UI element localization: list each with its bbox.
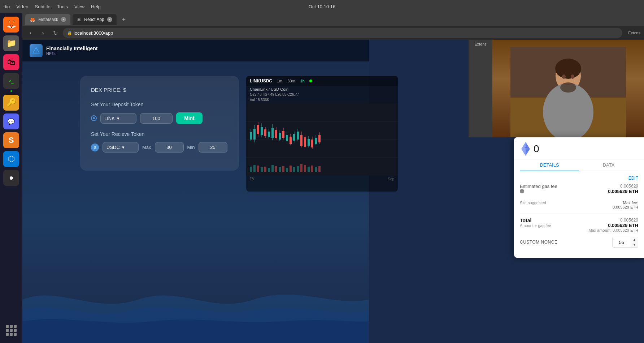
svg-rect-55 [282, 166, 284, 172]
svg-rect-58 [293, 167, 295, 172]
svg-rect-64 [315, 167, 317, 172]
svg-point-71 [562, 74, 566, 79]
logo-svg [32, 47, 40, 55]
react-tab-close[interactable]: × [107, 17, 112, 22]
receive-min-input[interactable] [199, 142, 227, 153]
metamask-tab-close[interactable]: × [61, 17, 66, 22]
mm-edit-button[interactable]: EDIT [628, 176, 638, 181]
wave-decoration [22, 263, 369, 343]
mm-gas-fee-label-block: Estimated gas fee [520, 184, 557, 196]
mm-max-fee-block: Max fee: 0.005629 ETH [613, 201, 638, 209]
mm-nonce-up[interactable]: ▲ [631, 237, 638, 242]
mm-max-fee-label: Max fee: [613, 201, 638, 205]
os-topbar: dio Video Subtitle Tools View Help Oct 1… [0, 0, 644, 13]
dock-vscode[interactable]: ⬡ [3, 151, 19, 167]
new-tab-button[interactable]: + [119, 14, 129, 25]
mm-site-suggested-row: Site suggested Max fee: 0.005629 ETH [520, 201, 638, 209]
chart-date-sep: Sep [388, 177, 394, 181]
deposit-token-value: LINK [104, 116, 115, 121]
mm-nonce-down[interactable]: ▼ [631, 242, 638, 247]
mint-button[interactable]: Mint [176, 112, 203, 124]
chart-tf-1h[interactable]: 1h [299, 78, 306, 84]
dock-appstore[interactable]: 🛍 [3, 54, 19, 70]
menu-subtitle[interactable]: Subtitle [35, 4, 50, 9]
tradingview-badge: TV [250, 177, 254, 181]
browser-content: Financially Intelligent NFTs DEX PRICE: … [22, 40, 644, 343]
svg-rect-57 [290, 166, 292, 172]
url-text: localhost:3000/app [74, 30, 113, 36]
dock-terminal[interactable]: >_ [3, 73, 19, 89]
mm-site-suggested-label: Site suggested [520, 201, 546, 205]
dock-keyring[interactable]: 🔑 [3, 95, 19, 111]
svg-point-72 [571, 74, 574, 79]
svg-rect-59 [297, 166, 299, 172]
mm-total-eth: 0.005629 ETH [588, 223, 638, 228]
terminal-active-dot [10, 90, 12, 92]
app-logo-sub: NFTs [46, 51, 97, 56]
dock-discord[interactable]: 💬 [3, 113, 19, 129]
deposit-token-chevron: ▾ [117, 116, 119, 121]
svg-rect-53 [275, 166, 277, 172]
lock-icon: 🔒 [67, 31, 72, 35]
tab-metamask[interactable]: 🦊 MetaMask × [25, 14, 70, 25]
chart-ohlc-stats: O27.48 H27.49 L26.55 C26.77 [246, 93, 398, 98]
mm-tab-data[interactable]: DATA [579, 159, 638, 171]
metamask-panel: 0 DETAILS DATA EDIT Estimated gas fee [514, 137, 644, 258]
menu-help[interactable]: Help [91, 4, 101, 9]
receive-max-input[interactable] [155, 142, 184, 153]
price-chart: LINKUSDC 1m 30m 1h ChainLink / USD Coin … [246, 76, 398, 192]
application-dock: 🦊 📁 🛍 >_ 🔑 💬 S ⬡ ⏺ [0, 13, 22, 343]
extensions-panel: Extens [469, 40, 492, 137]
mm-gas-fee-label: Estimated gas fee [520, 184, 557, 189]
mm-total-label: Total [520, 218, 551, 223]
dock-firefox[interactable]: 🦊 [3, 17, 19, 33]
mm-max-fee-value: 0.005629 ETH [613, 205, 638, 209]
app-grid-button[interactable] [6, 325, 17, 336]
reload-button[interactable]: ↻ [51, 28, 60, 38]
chart-timeframes: 1m 30m 1h [275, 78, 306, 84]
metamask-tab-label: MetaMask [38, 17, 58, 22]
deposit-amount-input[interactable] [140, 113, 173, 124]
mm-tab-details[interactable]: DETAILS [520, 159, 579, 171]
tab-react-app[interactable]: ⚛ React App × [73, 14, 116, 25]
mm-total-small: 0.005629 [588, 218, 638, 223]
back-button[interactable]: ‹ [26, 28, 35, 38]
webcam-overlay [492, 40, 644, 137]
deposit-token-select[interactable]: LINK ▾ [100, 113, 136, 124]
svg-rect-48 [257, 166, 259, 172]
dex-price-label: DEX PRICE: $ [91, 87, 228, 93]
menu-video[interactable]: Video [16, 4, 28, 9]
svg-rect-46 [250, 167, 252, 172]
menu-view[interactable]: View [74, 4, 84, 9]
mm-max-amount: Max amount: 0.005629 ETH [588, 228, 638, 232]
svg-marker-77 [521, 148, 526, 156]
forward-button[interactable]: › [38, 28, 48, 38]
chart-vol-stats: Vol 18.636K [246, 98, 398, 103]
svg-rect-56 [286, 168, 288, 172]
mm-nonce-value[interactable] [613, 238, 631, 246]
url-input[interactable]: 🔒 localhost:3000/app [63, 28, 622, 38]
chart-subtitle: ChainLink / USD Coin [246, 86, 398, 93]
menu-dio[interactable]: dio [4, 4, 10, 9]
dock-sublime[interactable]: S [3, 132, 19, 148]
chart-tf-1m[interactable]: 1m [275, 78, 284, 84]
mm-gas-slider[interactable] [520, 189, 524, 193]
svg-rect-65 [318, 166, 321, 172]
svg-rect-54 [279, 167, 281, 172]
mm-nonce-arrows: ▲ ▼ [631, 237, 638, 247]
mm-nonce-label: CUSTOM NONCE [520, 240, 557, 245]
receive-token-value: USDC [106, 145, 120, 150]
receive-token-select[interactable]: USDC ▾ [103, 142, 139, 153]
mm-nonce-input[interactable]: ▲ ▼ [612, 237, 638, 248]
mm-gas-fee-value: 0.005629 0.005629 ETH [608, 184, 638, 194]
receive-min-label: Min [187, 145, 195, 150]
menu-tools[interactable]: Tools [57, 4, 68, 9]
dock-files[interactable]: 📁 [3, 35, 19, 51]
os-menu-bar: dio Video Subtitle Tools View Help [4, 4, 101, 9]
chart-tf-30m[interactable]: 30m [286, 78, 297, 84]
svg-rect-47 [253, 165, 256, 172]
deposit-radio[interactable] [91, 115, 97, 121]
mm-total-label-block: Total Amount + gas fee [520, 218, 551, 228]
dock-obs[interactable]: ⏺ [3, 170, 19, 186]
dex-widget: DEX PRICE: $ Set Your Deposit Token LINK… [80, 76, 239, 171]
